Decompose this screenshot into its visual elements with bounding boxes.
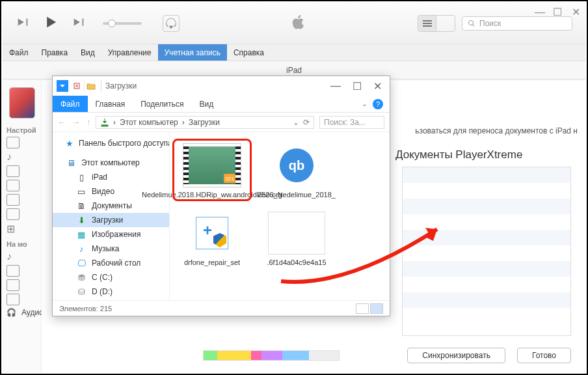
drive-icon: ⛃ xyxy=(76,272,87,283)
dev-music-icon[interactable]: ♪ xyxy=(7,251,37,262)
apps-icon[interactable]: ⊞ xyxy=(7,223,37,235)
breadcrumb[interactable]: ›Этот компьютер ›Загрузки ⌄ ⟳ xyxy=(96,116,314,129)
menu-edit[interactable]: Правка xyxy=(35,44,75,61)
downloads-icon xyxy=(100,118,109,127)
list-view-icon[interactable] xyxy=(418,16,436,31)
tab-share[interactable]: Поделиться xyxy=(133,96,191,112)
nav-documents[interactable]: 🗎Документы xyxy=(53,199,169,213)
up-icon[interactable]: ↑ xyxy=(87,118,90,127)
dev-movies-icon[interactable] xyxy=(7,265,20,277)
nav-quick-access[interactable]: ★Панель быстрого доступа xyxy=(53,136,169,150)
nav-downloads[interactable]: ⬇Загрузки xyxy=(53,213,169,227)
explorer-title: Загрузки xyxy=(105,81,137,90)
menu-controls[interactable]: Управление xyxy=(101,44,158,61)
grid-view-icon[interactable] xyxy=(436,16,455,31)
file-item-blank[interactable]: .6f1d4a04c9e4a15 xyxy=(261,212,332,266)
window-controls: — ☐ ✕ xyxy=(535,8,580,17)
prev-track-icon[interactable] xyxy=(16,15,30,32)
file-icon xyxy=(268,212,325,255)
airplay-icon[interactable] xyxy=(163,15,180,32)
ipad-icon: ▯ xyxy=(76,172,87,182)
menu-bar: Файл Правка Вид Управление Учетная запис… xyxy=(3,44,585,61)
file-list: 321 Nedelimue.2018.HDRip_ww.androidkino.… xyxy=(170,132,390,300)
player-toolbar: Поиск xyxy=(3,3,585,44)
pictures-icon: ▦ xyxy=(76,229,87,240)
sidebar-section-device: На мо xyxy=(3,235,41,251)
tab-home[interactable]: Главная xyxy=(88,96,133,112)
nav-ipad[interactable]: ▯iPad xyxy=(53,170,169,184)
view-toggle[interactable] xyxy=(418,15,455,32)
menu-help[interactable]: Справка xyxy=(227,44,271,61)
nav-desktop[interactable]: 🖵Рабочий стол xyxy=(53,256,169,270)
maximize-icon[interactable]: ☐ xyxy=(553,8,562,17)
music-icon[interactable]: ♪ xyxy=(7,151,37,163)
next-track-icon[interactable] xyxy=(72,15,86,32)
tv-icon[interactable] xyxy=(7,180,20,191)
menu-account[interactable]: Учетная запись xyxy=(158,44,227,61)
sidebar-item-audiobooks[interactable]: 🎧 Аудиокниги xyxy=(3,305,41,320)
file-item-drfone[interactable]: drfone_repair_set xyxy=(176,212,248,266)
pc-icon: 🖥 xyxy=(66,158,76,168)
svg-rect-0 xyxy=(423,20,432,21)
qbittorrent-icon: qb xyxy=(280,148,314,182)
downloads-icon: ⬇ xyxy=(76,215,87,225)
star-icon: ★ xyxy=(66,138,74,148)
ribbon-collapse-icon[interactable]: ⌄ xyxy=(362,100,368,108)
documents-panel[interactable] xyxy=(402,167,571,336)
tab-file[interactable]: Файл xyxy=(53,96,88,112)
explorer-window: Загрузки — ☐ ✕ Файл Главная Поделиться В… xyxy=(52,76,390,316)
explorer-nav-pane: ★Панель быстрого доступа 🖥Этот компьютер… xyxy=(53,132,170,300)
done-button[interactable]: Готово xyxy=(517,348,571,363)
forward-icon[interactable]: → xyxy=(72,118,80,127)
sync-button[interactable]: Синхронизировать xyxy=(407,348,505,363)
dev-books-icon[interactable] xyxy=(7,294,20,305)
explorer-search-input[interactable]: Поиск: За... xyxy=(319,116,384,129)
svg-rect-1 xyxy=(423,23,432,24)
video-icon: ▭ xyxy=(76,186,87,197)
nav-pictures[interactable]: ▦Изображения xyxy=(53,227,169,242)
help-icon[interactable]: ? xyxy=(373,99,383,109)
nav-drive-d[interactable]: ⛁D (D:) xyxy=(53,285,169,299)
nav-this-pc[interactable]: 🖥Этот компьютер xyxy=(53,156,169,170)
video-thumbnail: 321 xyxy=(183,144,241,187)
play-icon[interactable] xyxy=(42,13,60,34)
movies-icon[interactable] xyxy=(7,165,20,177)
ribbon-tabs: Файл Главная Поделиться Вид ⌄? xyxy=(53,96,390,113)
nav-drive-c[interactable]: ⛃C (C:) xyxy=(53,270,169,285)
dev-tv-icon[interactable] xyxy=(7,279,20,291)
exp-close-icon[interactable]: ✕ xyxy=(373,80,382,92)
menu-file[interactable]: Файл xyxy=(3,44,35,61)
exp-maximize-icon[interactable]: ☐ xyxy=(353,80,362,92)
icons-view-icon[interactable] xyxy=(370,303,383,314)
qat-newfolder-icon[interactable] xyxy=(84,80,97,92)
desktop-icon: 🖵 xyxy=(76,258,87,268)
minimize-icon[interactable]: — xyxy=(535,8,544,17)
device-thumbnail[interactable] xyxy=(9,87,35,118)
music-folder-icon: ♪ xyxy=(76,243,87,254)
sidebar: Настрой ♪ ⊞ На мо ♪ 🎧 Аудиокниги xyxy=(3,81,42,372)
qat-properties-icon[interactable] xyxy=(70,80,83,92)
close-icon[interactable]: ✕ xyxy=(571,8,580,17)
menu-view[interactable]: Вид xyxy=(74,44,101,61)
documents-title: Документы PlayerXtreme xyxy=(395,148,571,161)
qat-dropdown-icon[interactable] xyxy=(57,80,68,92)
exp-minimize-icon[interactable]: — xyxy=(330,80,341,92)
drfone-icon xyxy=(196,217,228,249)
drive-icon: ⛁ xyxy=(76,286,87,297)
summary-icon[interactable] xyxy=(7,137,20,148)
info-icon[interactable] xyxy=(7,208,20,220)
photos-icon[interactable] xyxy=(7,194,20,206)
volume-slider[interactable] xyxy=(103,22,142,25)
sidebar-section-settings: Настрой xyxy=(3,121,41,137)
info-text: ьзоваться для переноса документов с iPad… xyxy=(415,126,578,135)
refresh-icon[interactable]: ⟳ xyxy=(303,118,310,127)
search-input[interactable]: Поиск xyxy=(462,16,572,31)
tab-view[interactable]: Вид xyxy=(191,96,221,112)
file-item-video[interactable]: 321 Nedelimue.2018.HDRip_ww.androidkino.… xyxy=(176,144,248,199)
chevron-down-icon[interactable]: ⌄ xyxy=(293,118,299,127)
nav-music[interactable]: ♪Музыка xyxy=(53,242,169,256)
back-icon[interactable]: ← xyxy=(58,118,66,127)
details-view-icon[interactable] xyxy=(356,303,369,314)
svg-rect-2 xyxy=(423,25,432,27)
item-count: Элементов: 215 xyxy=(59,305,112,312)
